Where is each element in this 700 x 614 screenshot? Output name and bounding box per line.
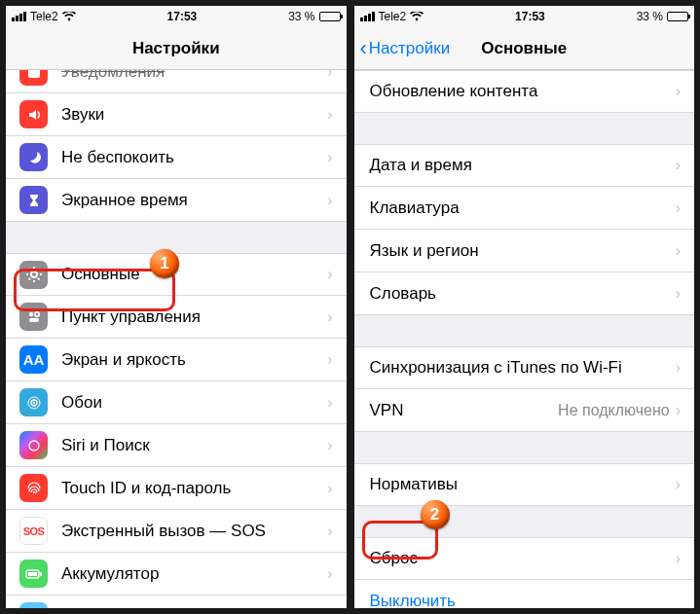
general-list[interactable]: Обновление контента › Дата и время › Кла… [354, 70, 695, 608]
wallpaper-icon [19, 388, 48, 416]
row-touchid[interactable]: Touch ID и код-пароль › [6, 467, 347, 510]
battery-pct: 33 % [288, 10, 314, 23]
battery-icon [667, 12, 688, 21]
phone-settings: Tele2 17:53 33 % Настройки Уведомления ›… [6, 6, 347, 608]
chevron-right-icon: › [327, 394, 332, 412]
svg-rect-12 [29, 318, 39, 322]
carrier-label: Tele2 [379, 10, 407, 23]
row-screentime[interactable]: Экранное время › [6, 179, 347, 222]
row-notifications[interactable]: Уведомления › [6, 70, 347, 93]
row-language[interactable]: Язык и регион › [354, 230, 695, 272]
svg-point-15 [32, 401, 34, 403]
status-time: 17:53 [515, 10, 545, 23]
chevron-right-icon: › [327, 523, 332, 540]
row-vpn[interactable]: VPN Не подключено › [354, 389, 695, 432]
row-dictionary[interactable]: Словарь › [354, 272, 695, 315]
chevron-right-icon: › [327, 70, 332, 81]
sounds-icon [19, 100, 48, 128]
nav-bar: ‹ Настройки Основные [354, 27, 695, 70]
row-privacy[interactable]: Конфиденциальность › [6, 596, 347, 608]
settings-list[interactable]: Уведомления › Звуки › Не беспокоить › Эк… [6, 70, 347, 608]
svg-rect-19 [28, 572, 37, 576]
row-label: Звуки [61, 105, 327, 125]
svg-point-11 [34, 311, 38, 315]
row-label: Пункт управления [61, 307, 327, 327]
vpn-value: Не подключено [558, 402, 670, 419]
chevron-right-icon: › [327, 192, 332, 209]
chevron-right-icon: › [676, 242, 681, 260]
row-label: Нормативы [370, 475, 676, 494]
row-label: Siri и Поиск [61, 436, 327, 455]
display-icon: AA [19, 345, 48, 374]
sos-icon: SOS [19, 517, 48, 545]
svg-point-16 [29, 441, 39, 451]
signal-icon [12, 12, 26, 21]
chevron-right-icon: › [676, 83, 681, 100]
row-regulatory[interactable]: Нормативы › [354, 463, 695, 506]
carrier-label: Tele2 [30, 10, 58, 23]
row-label: Touch ID и код-пароль [61, 479, 327, 498]
svg-line-9 [38, 270, 40, 271]
row-label: Синхронизация с iTunes по Wi-Fi [370, 358, 676, 378]
row-label: Сброс [370, 549, 676, 568]
svg-rect-18 [40, 572, 42, 576]
row-siri[interactable]: Siri и Поиск › [6, 424, 347, 467]
back-button[interactable]: ‹ Настройки [360, 27, 451, 69]
row-display[interactable]: AA Экран и яркость › [6, 339, 347, 381]
row-label: VPN [370, 401, 559, 420]
svg-point-1 [31, 271, 37, 277]
row-sos[interactable]: SOS Экстренный вызов — SOS › [6, 510, 347, 553]
row-label: Обновление контента [370, 82, 676, 101]
row-dnd[interactable]: Не беспокоить › [6, 136, 347, 179]
row-label: Аккумулятор [61, 564, 327, 584]
row-battery[interactable]: Аккумулятор › [6, 553, 347, 596]
row-shutdown[interactable]: Выключить [354, 580, 695, 608]
chevron-right-icon: › [676, 402, 681, 419]
battery-icon [319, 12, 341, 21]
wifi-icon [410, 12, 424, 21]
chevron-right-icon: › [327, 565, 332, 583]
row-control-center[interactable]: Пункт управления › [6, 296, 347, 339]
row-label: Клавиатура [370, 199, 676, 218]
row-wallpaper[interactable]: Обои › [6, 381, 347, 424]
page-title: Основные [481, 39, 567, 58]
gear-icon [19, 261, 48, 289]
svg-line-6 [28, 270, 30, 271]
chevron-left-icon: ‹ [360, 38, 367, 59]
row-content-update[interactable]: Обновление контента › [354, 70, 695, 113]
row-keyboard[interactable]: Клавиатура › [354, 187, 695, 230]
row-reset[interactable]: Сброс › [354, 537, 695, 580]
battery-icon [19, 560, 48, 588]
status-time: 17:53 [167, 10, 198, 23]
row-label: Уведомления [61, 70, 327, 82]
notifications-icon [19, 70, 48, 86]
row-sounds[interactable]: Звуки › [6, 93, 347, 136]
row-label: Выключить [370, 592, 682, 609]
wifi-icon [62, 12, 76, 21]
phone-general: Tele2 17:53 33 % ‹ Настройки Основные Об… [354, 6, 695, 608]
chevron-right-icon: › [327, 308, 332, 326]
chevron-right-icon: › [327, 437, 332, 454]
svg-line-7 [38, 278, 40, 280]
row-label: Экстренный вызов — SOS [61, 522, 327, 541]
row-label: Экранное время [61, 191, 327, 210]
chevron-right-icon: › [676, 285, 681, 303]
row-label: Обои [61, 393, 327, 413]
row-general[interactable]: Основные › [6, 253, 347, 296]
chevron-right-icon: › [327, 149, 332, 166]
row-label: Язык и регион [370, 241, 676, 261]
status-bar: Tele2 17:53 33 % [354, 6, 695, 27]
row-itunes-wifi[interactable]: Синхронизация с iTunes по Wi-Fi › [354, 346, 695, 389]
chevron-right-icon: › [327, 608, 332, 609]
row-datetime[interactable]: Дата и время › [354, 144, 695, 187]
svg-rect-0 [28, 70, 40, 78]
row-label: Словарь [370, 284, 676, 304]
privacy-icon [19, 602, 48, 608]
control-center-icon [19, 303, 48, 331]
battery-pct: 33 % [637, 10, 663, 23]
svg-line-8 [28, 278, 30, 280]
chevron-right-icon: › [676, 199, 681, 217]
chevron-right-icon: › [327, 480, 332, 497]
row-label: Конфиденциальность [61, 607, 327, 609]
row-label: Не беспокоить [61, 148, 327, 167]
